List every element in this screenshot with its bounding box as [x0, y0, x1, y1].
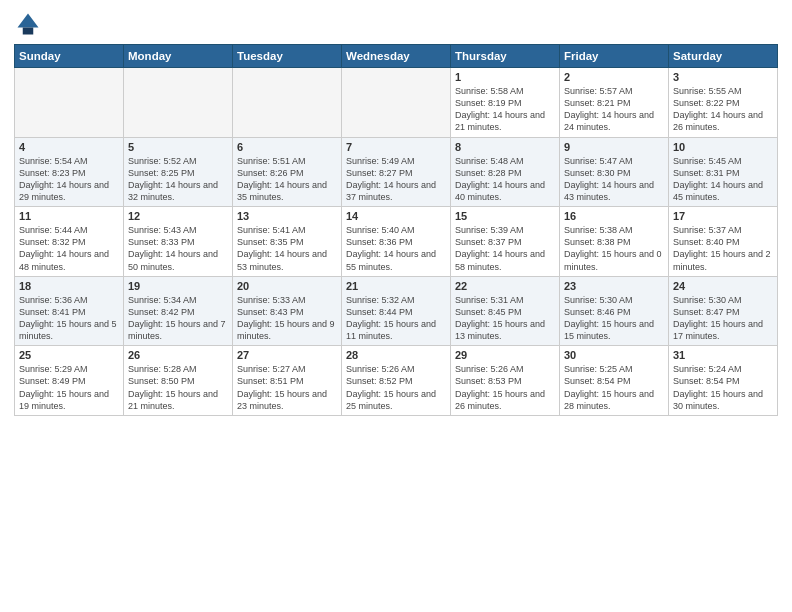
day-number: 18	[19, 280, 119, 292]
day-info: Sunrise: 5:24 AM Sunset: 8:54 PM Dayligh…	[673, 363, 773, 412]
calendar-cell: 14Sunrise: 5:40 AM Sunset: 8:36 PM Dayli…	[342, 207, 451, 277]
calendar-cell: 6Sunrise: 5:51 AM Sunset: 8:26 PM Daylig…	[233, 137, 342, 207]
day-number: 5	[128, 141, 228, 153]
calendar-cell: 11Sunrise: 5:44 AM Sunset: 8:32 PM Dayli…	[15, 207, 124, 277]
calendar-week-5: 25Sunrise: 5:29 AM Sunset: 8:49 PM Dayli…	[15, 346, 778, 416]
day-info: Sunrise: 5:38 AM Sunset: 8:38 PM Dayligh…	[564, 224, 664, 273]
day-number: 14	[346, 210, 446, 222]
day-info: Sunrise: 5:41 AM Sunset: 8:35 PM Dayligh…	[237, 224, 337, 273]
calendar-cell: 8Sunrise: 5:48 AM Sunset: 8:28 PM Daylig…	[451, 137, 560, 207]
day-info: Sunrise: 5:40 AM Sunset: 8:36 PM Dayligh…	[346, 224, 446, 273]
day-info: Sunrise: 5:43 AM Sunset: 8:33 PM Dayligh…	[128, 224, 228, 273]
calendar-cell: 31Sunrise: 5:24 AM Sunset: 8:54 PM Dayli…	[669, 346, 778, 416]
day-info: Sunrise: 5:25 AM Sunset: 8:54 PM Dayligh…	[564, 363, 664, 412]
day-info: Sunrise: 5:28 AM Sunset: 8:50 PM Dayligh…	[128, 363, 228, 412]
weekday-header-wednesday: Wednesday	[342, 45, 451, 68]
calendar-cell: 4Sunrise: 5:54 AM Sunset: 8:23 PM Daylig…	[15, 137, 124, 207]
header	[14, 10, 778, 38]
day-number: 6	[237, 141, 337, 153]
day-number: 19	[128, 280, 228, 292]
logo	[14, 10, 46, 38]
svg-rect-2	[23, 28, 34, 35]
calendar-cell: 7Sunrise: 5:49 AM Sunset: 8:27 PM Daylig…	[342, 137, 451, 207]
day-info: Sunrise: 5:51 AM Sunset: 8:26 PM Dayligh…	[237, 155, 337, 204]
day-number: 7	[346, 141, 446, 153]
day-number: 30	[564, 349, 664, 361]
page: SundayMondayTuesdayWednesdayThursdayFrid…	[0, 0, 792, 612]
calendar-week-1: 1Sunrise: 5:58 AM Sunset: 8:19 PM Daylig…	[15, 68, 778, 138]
day-info: Sunrise: 5:48 AM Sunset: 8:28 PM Dayligh…	[455, 155, 555, 204]
calendar-cell: 25Sunrise: 5:29 AM Sunset: 8:49 PM Dayli…	[15, 346, 124, 416]
calendar-cell	[124, 68, 233, 138]
day-info: Sunrise: 5:36 AM Sunset: 8:41 PM Dayligh…	[19, 294, 119, 343]
day-number: 28	[346, 349, 446, 361]
calendar-cell: 27Sunrise: 5:27 AM Sunset: 8:51 PM Dayli…	[233, 346, 342, 416]
day-info: Sunrise: 5:32 AM Sunset: 8:44 PM Dayligh…	[346, 294, 446, 343]
calendar-cell: 30Sunrise: 5:25 AM Sunset: 8:54 PM Dayli…	[560, 346, 669, 416]
calendar-cell: 1Sunrise: 5:58 AM Sunset: 8:19 PM Daylig…	[451, 68, 560, 138]
day-number: 12	[128, 210, 228, 222]
day-number: 16	[564, 210, 664, 222]
calendar-cell	[15, 68, 124, 138]
day-info: Sunrise: 5:57 AM Sunset: 8:21 PM Dayligh…	[564, 85, 664, 134]
weekday-header-tuesday: Tuesday	[233, 45, 342, 68]
day-info: Sunrise: 5:34 AM Sunset: 8:42 PM Dayligh…	[128, 294, 228, 343]
day-number: 11	[19, 210, 119, 222]
day-info: Sunrise: 5:44 AM Sunset: 8:32 PM Dayligh…	[19, 224, 119, 273]
calendar-table: SundayMondayTuesdayWednesdayThursdayFrid…	[14, 44, 778, 416]
calendar-cell: 3Sunrise: 5:55 AM Sunset: 8:22 PM Daylig…	[669, 68, 778, 138]
weekday-header-friday: Friday	[560, 45, 669, 68]
calendar-cell: 23Sunrise: 5:30 AM Sunset: 8:46 PM Dayli…	[560, 276, 669, 346]
calendar-cell: 12Sunrise: 5:43 AM Sunset: 8:33 PM Dayli…	[124, 207, 233, 277]
day-number: 13	[237, 210, 337, 222]
day-number: 1	[455, 71, 555, 83]
day-info: Sunrise: 5:39 AM Sunset: 8:37 PM Dayligh…	[455, 224, 555, 273]
weekday-header-sunday: Sunday	[15, 45, 124, 68]
day-number: 15	[455, 210, 555, 222]
calendar-cell: 15Sunrise: 5:39 AM Sunset: 8:37 PM Dayli…	[451, 207, 560, 277]
day-number: 4	[19, 141, 119, 153]
weekday-header-monday: Monday	[124, 45, 233, 68]
calendar-cell: 16Sunrise: 5:38 AM Sunset: 8:38 PM Dayli…	[560, 207, 669, 277]
day-info: Sunrise: 5:54 AM Sunset: 8:23 PM Dayligh…	[19, 155, 119, 204]
calendar-cell: 18Sunrise: 5:36 AM Sunset: 8:41 PM Dayli…	[15, 276, 124, 346]
calendar-cell: 13Sunrise: 5:41 AM Sunset: 8:35 PM Dayli…	[233, 207, 342, 277]
day-number: 24	[673, 280, 773, 292]
calendar-cell: 9Sunrise: 5:47 AM Sunset: 8:30 PM Daylig…	[560, 137, 669, 207]
day-number: 22	[455, 280, 555, 292]
calendar-cell: 17Sunrise: 5:37 AM Sunset: 8:40 PM Dayli…	[669, 207, 778, 277]
calendar-cell	[233, 68, 342, 138]
svg-marker-1	[18, 14, 39, 28]
calendar-cell: 20Sunrise: 5:33 AM Sunset: 8:43 PM Dayli…	[233, 276, 342, 346]
day-info: Sunrise: 5:55 AM Sunset: 8:22 PM Dayligh…	[673, 85, 773, 134]
day-info: Sunrise: 5:26 AM Sunset: 8:53 PM Dayligh…	[455, 363, 555, 412]
day-number: 31	[673, 349, 773, 361]
calendar-cell: 21Sunrise: 5:32 AM Sunset: 8:44 PM Dayli…	[342, 276, 451, 346]
day-info: Sunrise: 5:45 AM Sunset: 8:31 PM Dayligh…	[673, 155, 773, 204]
day-number: 27	[237, 349, 337, 361]
day-number: 8	[455, 141, 555, 153]
day-number: 10	[673, 141, 773, 153]
day-info: Sunrise: 5:52 AM Sunset: 8:25 PM Dayligh…	[128, 155, 228, 204]
day-number: 29	[455, 349, 555, 361]
day-number: 2	[564, 71, 664, 83]
calendar-cell: 5Sunrise: 5:52 AM Sunset: 8:25 PM Daylig…	[124, 137, 233, 207]
day-number: 3	[673, 71, 773, 83]
calendar-cell: 26Sunrise: 5:28 AM Sunset: 8:50 PM Dayli…	[124, 346, 233, 416]
day-number: 23	[564, 280, 664, 292]
calendar-header-row: SundayMondayTuesdayWednesdayThursdayFrid…	[15, 45, 778, 68]
day-info: Sunrise: 5:30 AM Sunset: 8:47 PM Dayligh…	[673, 294, 773, 343]
day-info: Sunrise: 5:29 AM Sunset: 8:49 PM Dayligh…	[19, 363, 119, 412]
calendar-cell: 24Sunrise: 5:30 AM Sunset: 8:47 PM Dayli…	[669, 276, 778, 346]
day-info: Sunrise: 5:37 AM Sunset: 8:40 PM Dayligh…	[673, 224, 773, 273]
day-number: 9	[564, 141, 664, 153]
day-info: Sunrise: 5:27 AM Sunset: 8:51 PM Dayligh…	[237, 363, 337, 412]
calendar-cell: 22Sunrise: 5:31 AM Sunset: 8:45 PM Dayli…	[451, 276, 560, 346]
day-info: Sunrise: 5:30 AM Sunset: 8:46 PM Dayligh…	[564, 294, 664, 343]
day-info: Sunrise: 5:47 AM Sunset: 8:30 PM Dayligh…	[564, 155, 664, 204]
calendar-cell: 10Sunrise: 5:45 AM Sunset: 8:31 PM Dayli…	[669, 137, 778, 207]
day-number: 25	[19, 349, 119, 361]
day-number: 20	[237, 280, 337, 292]
day-info: Sunrise: 5:58 AM Sunset: 8:19 PM Dayligh…	[455, 85, 555, 134]
day-info: Sunrise: 5:26 AM Sunset: 8:52 PM Dayligh…	[346, 363, 446, 412]
